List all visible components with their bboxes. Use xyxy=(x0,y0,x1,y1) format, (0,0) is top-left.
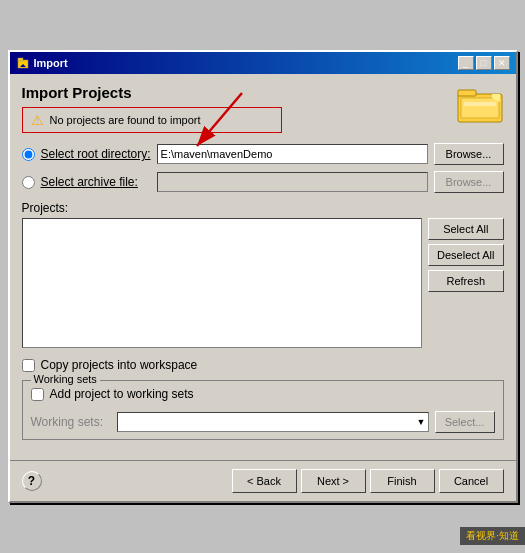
dialog-content: Import Projects ⚠ No projects are found … xyxy=(10,74,516,460)
working-sets-group: Working sets Add project to working sets… xyxy=(22,380,504,440)
root-directory-label: Select root directory: xyxy=(41,147,151,161)
import-dialog: Import _ □ ✕ Import Projects ⚠ No projec… xyxy=(8,50,518,503)
add-working-sets-row: Add project to working sets xyxy=(31,387,495,401)
cancel-button[interactable]: Cancel xyxy=(439,469,504,493)
warning-message: No projects are found to import xyxy=(50,114,201,126)
archive-file-label: Select archive file: xyxy=(41,175,151,189)
watermark: 看视界·知道 xyxy=(460,527,525,545)
warning-box: ⚠ No projects are found to import xyxy=(22,107,282,133)
header-section: Import Projects ⚠ No projects are found … xyxy=(22,84,504,133)
svg-rect-4 xyxy=(458,90,476,96)
root-directory-radio[interactable] xyxy=(22,148,35,161)
refresh-button[interactable]: Refresh xyxy=(428,270,503,292)
back-button[interactable]: < Back xyxy=(232,469,297,493)
root-directory-row: Select root directory: Browse... xyxy=(22,143,504,165)
archive-file-row: Select archive file: Browse... xyxy=(22,171,504,193)
working-sets-combo[interactable]: ▼ xyxy=(117,412,429,432)
projects-area-row: Select All Deselect All Refresh xyxy=(22,218,504,348)
help-button[interactable]: ? xyxy=(22,471,42,491)
title-controls: _ □ ✕ xyxy=(458,56,510,70)
working-sets-group-label: Working sets xyxy=(31,373,100,385)
folder-icon xyxy=(456,84,504,124)
finish-button[interactable]: Finish xyxy=(370,469,435,493)
svg-rect-5 xyxy=(461,98,499,118)
copy-checkbox-row: Copy projects into workspace xyxy=(22,358,504,372)
help-section: ? xyxy=(22,471,42,491)
svg-rect-1 xyxy=(18,58,23,61)
svg-rect-6 xyxy=(464,102,496,106)
select-all-button[interactable]: Select All xyxy=(428,218,503,240)
radio-section: Select root directory: Browse... Select … xyxy=(22,143,504,193)
close-button[interactable]: ✕ xyxy=(494,56,510,70)
working-sets-input-row: Working sets: ▼ Select... xyxy=(31,411,495,433)
copy-checkbox[interactable] xyxy=(22,359,35,372)
window-title: Import xyxy=(34,57,68,69)
projects-label: Projects: xyxy=(22,201,504,215)
projects-list[interactable] xyxy=(22,218,423,348)
archive-file-radio[interactable] xyxy=(22,176,35,189)
navigation-buttons: < Back Next > Finish Cancel xyxy=(232,469,504,493)
minimize-button[interactable]: _ xyxy=(458,56,474,70)
import-title-icon xyxy=(16,56,30,70)
browse-archive-button[interactable]: Browse... xyxy=(434,171,504,193)
title-bar-left: Import xyxy=(16,56,68,70)
page-title: Import Projects xyxy=(22,84,282,101)
add-working-sets-checkbox[interactable] xyxy=(31,388,44,401)
browse-root-button[interactable]: Browse... xyxy=(434,143,504,165)
warning-icon: ⚠ xyxy=(31,112,44,128)
combo-arrow-icon: ▼ xyxy=(417,417,426,427)
copy-label: Copy projects into workspace xyxy=(41,358,198,372)
projects-section: Projects: Select All Deselect All Refres… xyxy=(22,201,504,348)
bottom-bar: ? < Back Next > Finish Cancel xyxy=(10,460,516,501)
projects-buttons: Select All Deselect All Refresh xyxy=(428,218,503,292)
select-working-sets-button[interactable]: Select... xyxy=(435,411,495,433)
archive-file-input[interactable] xyxy=(157,172,428,192)
working-sets-input-label: Working sets: xyxy=(31,415,111,429)
add-working-sets-label: Add project to working sets xyxy=(50,387,194,401)
maximize-button[interactable]: □ xyxy=(476,56,492,70)
deselect-all-button[interactable]: Deselect All xyxy=(428,244,503,266)
next-button[interactable]: Next > xyxy=(301,469,366,493)
title-bar: Import _ □ ✕ xyxy=(10,52,516,74)
header-left: Import Projects ⚠ No projects are found … xyxy=(22,84,282,133)
root-directory-input[interactable] xyxy=(157,144,428,164)
